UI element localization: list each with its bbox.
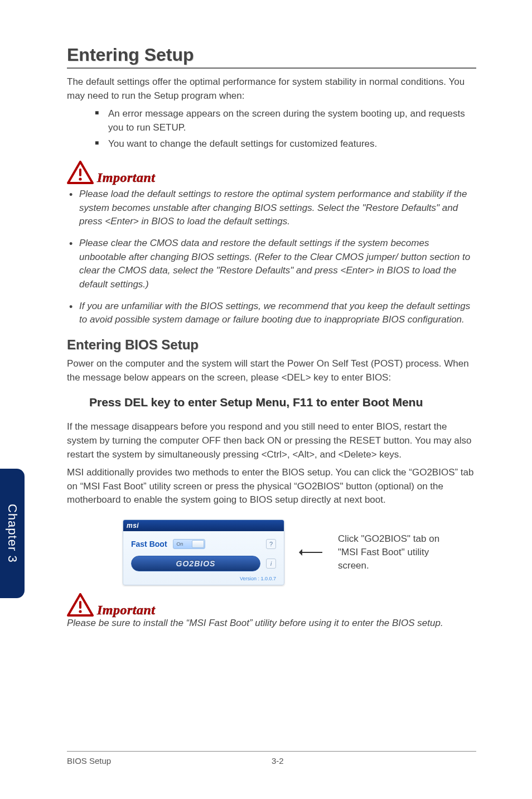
important-callout: Important Please load the default settin… xyxy=(67,161,476,327)
help-button[interactable]: ? xyxy=(266,539,276,549)
warning-icon xyxy=(67,593,94,617)
footer-page-number: 3-2 xyxy=(272,756,476,766)
page-footer: BIOS Setup 3-2 xyxy=(67,751,476,766)
arrow-icon xyxy=(300,552,322,553)
important-label: Important xyxy=(97,603,156,618)
intro-bullet: You want to change the default settings … xyxy=(95,137,476,151)
svg-rect-0 xyxy=(79,169,81,176)
fastboot-label: Fast Boot xyxy=(131,540,167,548)
fastboot-caption: Click "GO2BIOS" tab on "MSI Fast Boot" u… xyxy=(338,532,461,572)
important-label: Important xyxy=(97,170,156,185)
go2bios-button[interactable]: GO2BIOS xyxy=(131,556,260,571)
svg-point-3 xyxy=(79,610,81,613)
important-callout-2: Important Please be sure to install the … xyxy=(67,593,476,630)
fastboot-titlebar: msi xyxy=(123,520,284,531)
svg-rect-2 xyxy=(79,601,81,609)
press-instruction: Press DEL key to enter Setup Menu, F11 t… xyxy=(89,396,476,409)
important-2-note: Please be sure to install the “MSI Fast … xyxy=(67,617,476,630)
fastboot-figure: msi Fast Boot On ? GO2BIOS i Version : 1… xyxy=(123,519,476,585)
info-button[interactable]: i xyxy=(266,559,276,569)
chapter-side-tab-label: Chapter 3 xyxy=(5,504,20,563)
warning-icon xyxy=(67,161,94,184)
important-item: Please load the default settings to rest… xyxy=(67,187,476,229)
intro-paragraph: The default settings offer the optimal p… xyxy=(67,75,476,103)
important-item: Please clear the CMOS data and restore t… xyxy=(67,237,476,292)
msi-logo-text: msi xyxy=(127,522,139,530)
sub-body-paragraph: Power on the computer and the system wil… xyxy=(67,357,476,384)
toggle-on-text: On xyxy=(177,541,183,547)
footer-section: BIOS Setup xyxy=(67,756,272,766)
fastboot-toggle[interactable]: On xyxy=(173,539,205,549)
important-list: Please load the default settings to rest… xyxy=(67,187,476,327)
after-press-paragraph-2: MSI additionally provides two methods to… xyxy=(67,466,476,507)
sub-heading: Entering BIOS Setup xyxy=(67,337,476,353)
after-press-paragraph-1: If the message disappears before you res… xyxy=(67,420,476,461)
intro-bullet-list: An error message appears on the screen d… xyxy=(95,107,476,151)
toggle-knob xyxy=(192,540,204,548)
version-label: Version : 1.0.0.7 xyxy=(131,576,276,581)
important-item: If you are unfamiliar with the BIOS sett… xyxy=(67,300,476,327)
fastboot-window: msi Fast Boot On ? GO2BIOS i Version : 1… xyxy=(123,519,284,585)
page-heading: Entering Setup xyxy=(67,45,476,69)
chapter-side-tab: Chapter 3 xyxy=(0,469,25,598)
svg-point-1 xyxy=(79,178,81,181)
intro-bullet: An error message appears on the screen d… xyxy=(95,107,476,134)
